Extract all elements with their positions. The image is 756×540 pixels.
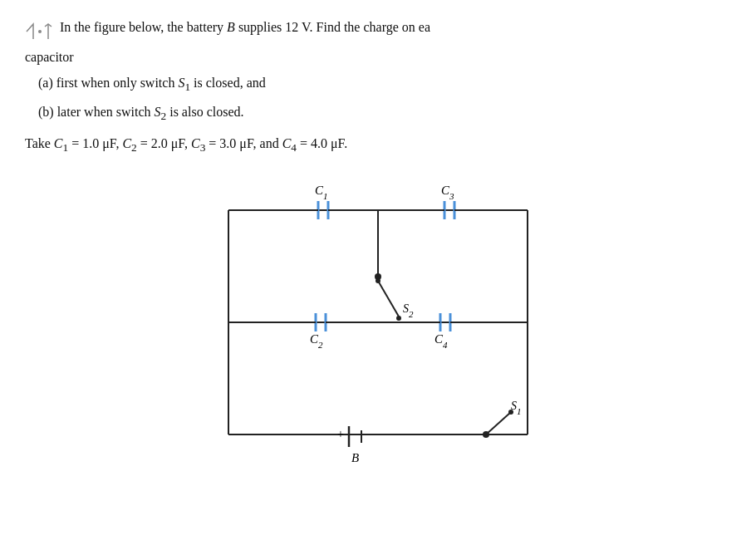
c2-label: C2 xyxy=(310,332,323,350)
switch-s2-line xyxy=(378,281,399,317)
first-line: In the figure below, the battery B suppl… xyxy=(25,17,731,43)
c3-label: C3 xyxy=(441,184,454,201)
switch-s1-line xyxy=(486,412,511,434)
battery-plus-sign: + xyxy=(337,428,344,440)
part-a: (a) first when only switch S1 is closed,… xyxy=(38,71,731,97)
part-b-label: (b) xyxy=(38,105,54,119)
switch-s2-dot-start xyxy=(376,278,380,283)
c1-label: C1 xyxy=(315,184,328,201)
battery-var: B xyxy=(227,20,235,34)
c4-label: C4 xyxy=(434,332,448,350)
circuit-svg: + B C1 C3 xyxy=(179,164,577,480)
svg-point-0 xyxy=(38,30,42,33)
s2-label: S2 xyxy=(403,302,414,319)
circuit-diagram: + B C1 C3 xyxy=(25,164,731,480)
battery-label: B xyxy=(351,451,359,464)
bracket-icons xyxy=(25,17,55,43)
page-content: In the figure below, the battery B suppl… xyxy=(0,0,756,488)
part-a-label: (a) xyxy=(38,76,53,90)
values-line: Take C1 = 1.0 μF, C2 = 2.0 μF, C3 = 3.0 … xyxy=(25,133,731,157)
intro-text: In the figure below, the battery B suppl… xyxy=(60,17,430,38)
part-b: (b) later when switch S2 is also closed. xyxy=(38,101,731,126)
switch-s2-dot-end xyxy=(396,316,401,321)
capacitor-word: capacitor xyxy=(25,47,731,68)
